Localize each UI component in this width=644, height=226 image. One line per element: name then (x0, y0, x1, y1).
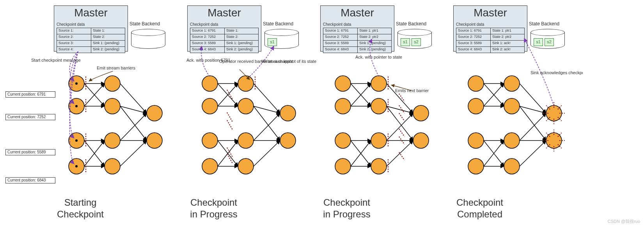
svg-text:Ack. with pointer to state: Ack. with pointer to state (355, 55, 402, 59)
diagram-root: Master Checkpoint data Source 1:State 1:… (0, 0, 644, 226)
svg-point-51 (202, 158, 218, 174)
svg-point-53 (238, 98, 254, 114)
svg-point-52 (238, 76, 254, 91)
svg-point-122 (504, 98, 520, 114)
svg-point-120 (468, 158, 484, 174)
svg-point-82 (335, 98, 351, 114)
svg-point-84 (335, 158, 351, 174)
svg-point-48 (202, 76, 218, 91)
svg-point-55 (238, 158, 254, 174)
svg-point-86 (371, 98, 387, 114)
svg-point-124 (504, 158, 520, 174)
svg-line-113 (520, 106, 546, 141)
svg-point-117 (468, 76, 484, 91)
svg-point-24 (75, 82, 78, 85)
svg-text:Sink acknowledges checkpoint a: Sink acknowledges checkpoint after recei… (530, 70, 583, 75)
svg-point-119 (468, 133, 484, 148)
svg-point-123 (504, 133, 520, 148)
svg-text:Emit stream barriers: Emit stream barriers (97, 66, 136, 70)
watermark: CSDN @我很ruo (608, 219, 640, 224)
dataflow-graph: Sink acknowledges checkpoint after recei… (399, 0, 583, 183)
svg-point-121 (504, 76, 520, 91)
svg-point-21 (105, 158, 120, 174)
svg-point-20 (105, 133, 120, 148)
svg-line-111 (520, 84, 546, 113)
svg-point-88 (371, 158, 387, 174)
svg-point-50 (202, 133, 218, 148)
svg-line-112 (520, 106, 546, 113)
svg-line-61 (227, 120, 232, 130)
svg-text:Start checkpoint message: Start checkpoint message (31, 58, 81, 62)
svg-point-27 (75, 165, 78, 167)
svg-point-49 (202, 98, 218, 114)
svg-line-116 (520, 141, 546, 166)
svg-point-54 (238, 133, 254, 148)
svg-point-25 (75, 105, 78, 107)
svg-line-114 (520, 113, 546, 141)
svg-point-118 (468, 98, 484, 114)
svg-point-26 (75, 139, 78, 142)
stage-title: CheckpointCompleted (399, 197, 560, 220)
svg-point-19 (105, 98, 120, 114)
svg-line-60 (227, 112, 232, 122)
stage-panel: Master Checkpoint data Source 1: 6791Sta… (399, 0, 560, 226)
svg-point-18 (105, 76, 120, 91)
svg-point-83 (335, 133, 351, 148)
svg-point-87 (371, 133, 387, 148)
svg-point-85 (371, 76, 387, 91)
svg-point-81 (335, 76, 351, 91)
